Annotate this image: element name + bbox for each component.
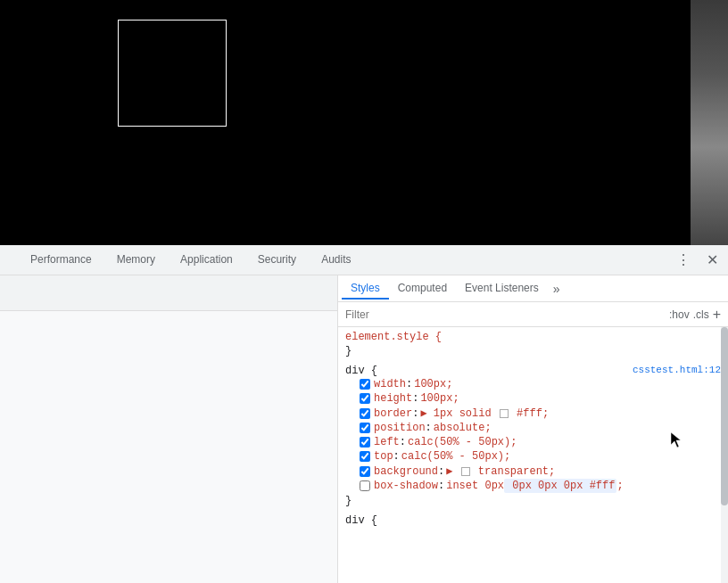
white-rectangle [118, 20, 227, 127]
property-border-checkbox[interactable] [360, 408, 370, 419]
background-triangle-icon[interactable]: ▶ [446, 465, 452, 478]
prop-name-width: width [374, 378, 406, 390]
border-triangle-icon[interactable]: ▶ [420, 407, 426, 420]
devtools-panel: Performance Memory Application Security … [0, 245, 728, 583]
prop-name-box-shadow: box-shadow [374, 480, 438, 492]
property-top: top: calc(50% - 50px); [345, 449, 721, 464]
div-rule-2-selector: div { [345, 514, 721, 527]
property-height-checkbox[interactable] [360, 393, 370, 404]
rule-origin-link[interactable]: csstest.html:12 [633, 365, 721, 375]
sub-tabs-bar: Styles Computed Event Listeners » [338, 275, 728, 302]
scrollbar-thumb[interactable] [721, 327, 728, 505]
tab-elements-first[interactable] [4, 255, 18, 266]
main-canvas-area [0, 0, 728, 245]
prop-value-left: calc(50% - 50px); [408, 436, 517, 448]
more-tabs-button[interactable]: ⋮ [671, 248, 696, 273]
prop-name-top: top [374, 450, 393, 463]
tab-security[interactable]: Security [245, 248, 309, 273]
filter-bar: :hov .cls + [338, 302, 728, 327]
property-left: left: calc(50% - 50px); [345, 435, 721, 449]
styles-scrollbar[interactable] [721, 327, 728, 583]
filter-input[interactable] [345, 308, 662, 321]
property-left-checkbox[interactable] [360, 437, 370, 448]
devtools-content: Styles Computed Event Listeners » :hov .… [0, 275, 728, 583]
left-panel [0, 275, 338, 583]
element-style-close-brace: } [345, 343, 721, 359]
sub-tab-event-listeners[interactable]: Event Listeners [456, 278, 548, 300]
prop-value-width: 100px; [414, 378, 452, 390]
property-border: border: ▶ 1px solid #fff; [345, 406, 721, 421]
tab-application[interactable]: Application [168, 248, 245, 273]
property-width: width: 100px; [345, 377, 721, 391]
photo-strip [691, 0, 728, 245]
div-rule-2: div { [345, 514, 721, 527]
sub-tab-more-button[interactable]: » [548, 280, 566, 298]
property-box-shadow: box-shadow: inset 0px 0px 0px 0px #fff; [345, 479, 721, 493]
property-position-checkbox[interactable] [360, 423, 370, 433]
property-width-checkbox[interactable] [360, 379, 370, 390]
filter-plus-button[interactable]: + [713, 307, 721, 323]
prop-name-position: position [374, 422, 426, 434]
prop-value-height: 100px; [420, 392, 459, 405]
filter-cls-button[interactable]: .cls [693, 308, 709, 321]
property-background-checkbox[interactable] [360, 466, 370, 477]
property-top-checkbox[interactable] [360, 451, 370, 462]
computed-value-highlight: 0px 0px 0px #fff [504, 479, 616, 493]
tab-audits[interactable]: Audits [309, 248, 363, 273]
sub-tab-computed[interactable]: Computed [389, 278, 456, 300]
div-rule-selector: div { csstest.html:12 [345, 365, 721, 377]
element-style-selector: element.style { [345, 331, 721, 343]
property-background: background: ▶ transparent; [345, 464, 721, 479]
filter-hov-button[interactable]: :hov [669, 308, 690, 321]
tab-performance[interactable]: Performance [18, 248, 104, 273]
prop-value-top: calc(50% - 50px); [401, 450, 510, 463]
tab-actions: ⋮ ✕ [671, 248, 724, 273]
border-color-swatch[interactable] [500, 409, 509, 418]
property-box-shadow-checkbox[interactable] [360, 480, 370, 491]
right-panel: Styles Computed Event Listeners » :hov .… [338, 275, 728, 583]
prop-value-background: ▶ transparent; [446, 464, 555, 478]
element-style-rule: element.style { } [345, 331, 721, 359]
prop-name-border: border [374, 407, 412, 420]
prop-name-background: background [374, 465, 438, 478]
property-position: position: absolute; [345, 421, 721, 435]
property-height: height: 100px; [345, 391, 721, 406]
left-empty [0, 311, 337, 583]
prop-name-height: height [374, 392, 412, 405]
prop-value-position: absolute; [434, 422, 492, 434]
background-color-swatch[interactable] [461, 467, 470, 476]
devtools-tabs-bar: Performance Memory Application Security … [0, 245, 728, 275]
close-devtools-button[interactable]: ✕ [699, 248, 724, 273]
div-rule-close-brace: } [345, 493, 721, 509]
styles-content: element.style { } div { csstest.html:12 … [338, 327, 728, 583]
tab-memory[interactable]: Memory [104, 248, 168, 273]
prop-value-box-shadow: inset 0px 0px 0px 0px #fff; [446, 480, 623, 492]
sub-tab-styles[interactable]: Styles [342, 278, 389, 300]
prop-name-left: left [374, 436, 400, 448]
prop-value-border: ▶ 1px solid #fff; [420, 406, 549, 420]
element-section [0, 275, 337, 311]
div-rule: div { csstest.html:12 width: 100px; heig… [345, 365, 721, 509]
